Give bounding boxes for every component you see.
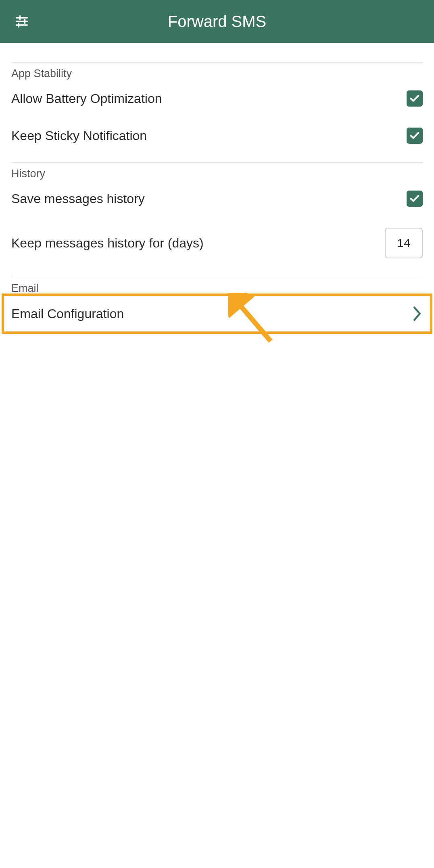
section-header-stability: App Stability <box>11 62 423 80</box>
label-sticky-notification: Keep Sticky Notification <box>11 128 147 143</box>
tune-icon[interactable] <box>15 14 29 29</box>
row-sticky-notification[interactable]: Keep Sticky Notification <box>11 117 423 154</box>
check-icon <box>409 93 420 104</box>
label-keep-days: Keep messages history for (days) <box>11 236 204 251</box>
row-email-configuration[interactable]: Email Configuration <box>11 295 423 333</box>
checkbox-battery-optimization[interactable] <box>407 90 423 107</box>
label-email-configuration: Email Configuration <box>11 306 124 321</box>
app-header: Forward SMS <box>0 0 434 43</box>
check-icon <box>409 193 420 204</box>
checkbox-sticky-notification[interactable] <box>407 128 423 144</box>
checkbox-save-history[interactable] <box>407 191 423 207</box>
chevron-right-icon <box>411 306 423 322</box>
page-title: Forward SMS <box>0 13 434 31</box>
section-header-history: History <box>11 162 423 180</box>
section-header-email: Email <box>11 277 423 295</box>
row-keep-days: Keep messages history for (days) <box>11 217 423 269</box>
label-battery-optimization: Allow Battery Optimization <box>11 91 162 106</box>
input-keep-days[interactable] <box>385 228 423 258</box>
row-battery-optimization[interactable]: Allow Battery Optimization <box>11 80 423 117</box>
label-save-history: Save messages history <box>11 191 145 206</box>
row-save-history[interactable]: Save messages history <box>11 180 423 217</box>
check-icon <box>409 130 420 141</box>
